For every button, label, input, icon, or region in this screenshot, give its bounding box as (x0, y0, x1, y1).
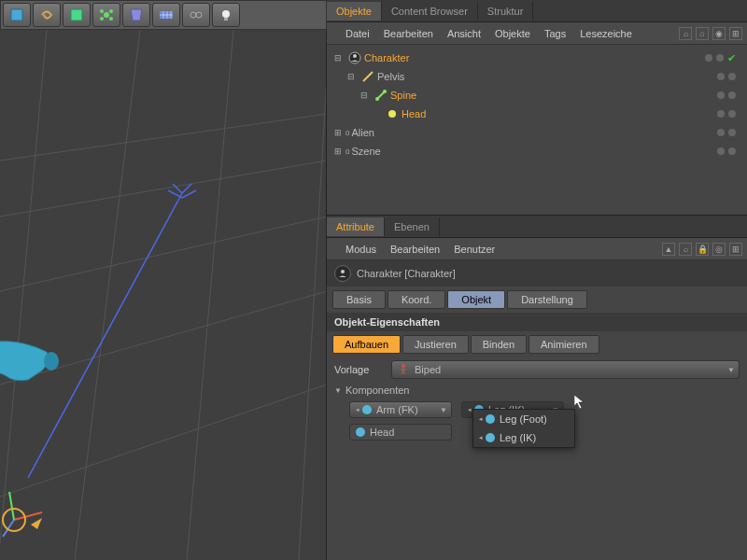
svg-point-33 (375, 97, 379, 101)
component-arm-dropdown[interactable]: ◂ Arm (FK) ▼ (349, 401, 452, 418)
tree-count: 0 (345, 129, 349, 137)
tool-light[interactable] (212, 3, 240, 27)
tab-koord[interactable]: Koord. (388, 290, 445, 309)
tab-struktur[interactable]: Struktur (478, 2, 534, 21)
tree-label[interactable]: Pelvis (377, 71, 404, 82)
menu-ansicht[interactable]: Ansicht (447, 28, 481, 39)
objects-menubar: Datei Bearbeiten Ansicht Objekte Tags Le… (327, 22, 747, 45)
chevron-down-icon: ▼ (440, 406, 447, 414)
template-value: Biped (415, 364, 441, 375)
svg-line-41 (403, 371, 405, 374)
tab-objekt[interactable]: Objekt (447, 290, 505, 309)
template-dropdown[interactable]: Biped ▼ (391, 360, 740, 379)
svg-rect-15 (224, 18, 228, 21)
tree-row-charakter[interactable]: ⊟ Charakter ✔ (331, 49, 743, 67)
menu-objekte[interactable]: Objekte (495, 28, 530, 39)
svg-point-37 (402, 364, 405, 368)
tool-spiral[interactable] (33, 3, 61, 27)
tree-row-spine[interactable]: ⊟ Spine (331, 86, 743, 105)
svg-point-35 (388, 110, 396, 118)
svg-point-6 (109, 17, 113, 21)
menu-lesezeichen[interactable]: Lesezeiche (580, 28, 632, 39)
target-icon[interactable]: ◎ (712, 243, 726, 256)
svg-rect-0 (11, 9, 22, 21)
tree-label[interactable]: Alien (351, 127, 374, 138)
objects-tabs: Objekte Content Browser Struktur (327, 0, 747, 22)
search-icon[interactable]: ⌕ (679, 27, 692, 40)
lock-icon[interactable]: 🔒 (696, 243, 709, 256)
tab-basis[interactable]: Basis (332, 290, 386, 309)
eye-icon[interactable]: ◉ (712, 27, 726, 40)
menu-bearbeiten[interactable]: Bearbeiten (384, 28, 433, 39)
tree-toggle-icon[interactable]: ⊞ (334, 128, 345, 137)
tab-aufbauen[interactable]: Aufbauen (332, 335, 401, 354)
object-property-tabs: Basis Koord. Objekt Darstellung (327, 287, 747, 313)
tree-row-pelvis[interactable]: ⊟ Pelvis (331, 67, 743, 86)
tree-label[interactable]: Head (402, 108, 426, 119)
tree-label[interactable]: Charakter (364, 52, 409, 63)
bone-icon (386, 107, 399, 120)
popup-item-leg-ik[interactable]: ◂ Leg (IK) (473, 428, 574, 447)
tree-toggle-icon[interactable]: ⊟ (347, 72, 359, 81)
template-label: Vorlage (334, 364, 386, 375)
tree-label[interactable]: Spine (390, 90, 416, 101)
tree-label[interactable]: Szene (351, 146, 380, 157)
component-icon (356, 427, 365, 437)
tree-row-alien[interactable]: ⊞ 0 Alien (331, 123, 743, 142)
svg-rect-1 (71, 9, 82, 21)
menu-benutzer[interactable]: Benutzer (454, 244, 495, 255)
tool-atom[interactable] (92, 3, 120, 27)
component-value: Arm (FK) (376, 404, 418, 415)
tree-toggle-icon[interactable]: ⊟ (334, 53, 345, 63)
tab-content-browser[interactable]: Content Browser (382, 2, 478, 21)
tool-deformer[interactable] (122, 3, 150, 27)
menu-modus[interactable]: Modus (345, 244, 376, 255)
popup-label: Leg (IK) (500, 432, 536, 443)
tab-objekte[interactable]: Objekte (327, 2, 382, 21)
triangle-down-icon: ▼ (334, 386, 342, 395)
home-icon[interactable]: ⌂ (696, 27, 709, 40)
svg-point-3 (100, 9, 104, 13)
tool-cube[interactable] (3, 3, 31, 27)
svg-line-29 (3, 520, 14, 537)
tab-animieren[interactable]: Animieren (529, 335, 599, 354)
character-icon (334, 265, 351, 282)
tree-toggle-icon[interactable]: ⊟ (360, 91, 372, 100)
tree-row-szene[interactable]: ⊞ 0 Szene (331, 142, 743, 161)
bone-icon (361, 70, 374, 83)
component-icon (486, 433, 495, 442)
tool-camera[interactable] (182, 3, 210, 27)
build-mode-tabs: Aufbauen Justieren Binden Animieren (327, 331, 747, 357)
nav-up-icon[interactable]: ▲ (662, 243, 675, 256)
tree-count: 0 (345, 147, 349, 156)
viewport-3d[interactable] (0, 30, 327, 560)
tool-polygon[interactable] (63, 3, 91, 27)
tool-grid[interactable] (152, 3, 180, 27)
menu-tags[interactable]: Tags (544, 28, 566, 39)
tab-ebenen[interactable]: Ebenen (385, 217, 440, 236)
svg-line-20 (0, 385, 327, 497)
svg-line-25 (28, 193, 182, 478)
svg-point-34 (383, 90, 387, 93)
tab-binden[interactable]: Binden (471, 335, 527, 354)
tab-attribute[interactable]: Attribute (327, 217, 385, 236)
svg-line-16 (0, 114, 327, 161)
leg-dropdown-popup: ◂ Leg (Foot) ◂ Leg (IK) (472, 409, 575, 448)
menu-datei[interactable]: Datei (345, 28, 370, 39)
component-head-button[interactable]: Head (349, 424, 452, 441)
components-expander[interactable]: ▼ Komponenten (327, 382, 747, 399)
tab-darstellung[interactable]: Darstellung (507, 290, 587, 309)
tree-row-head[interactable]: Head (331, 105, 743, 123)
attribute-tabs: Attribute Ebenen (327, 216, 747, 238)
expand-icon[interactable]: ⊞ (729, 243, 742, 256)
svg-point-36 (341, 270, 345, 273)
attribute-menubar: Modus Bearbeiten Benutzer ▲ ⌕ 🔒 ◎ ⊞ (327, 238, 747, 260)
search-icon[interactable]: ⌕ (679, 243, 692, 256)
popup-item-leg-foot[interactable]: ◂ Leg (Foot) (473, 410, 574, 428)
expand-icon[interactable]: ⊞ (729, 27, 742, 40)
menu-bearbeiten2[interactable]: Bearbeiten (390, 244, 440, 255)
component-value: Head (370, 427, 394, 438)
tab-justieren[interactable]: Justieren (402, 335, 469, 354)
svg-point-13 (196, 12, 202, 18)
tree-toggle-icon[interactable]: ⊞ (334, 147, 345, 156)
